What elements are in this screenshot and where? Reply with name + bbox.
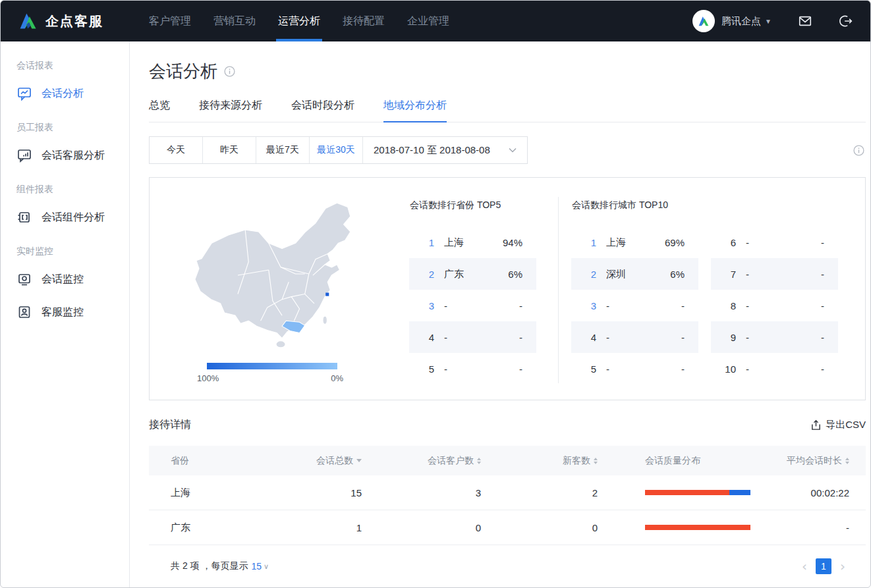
mail-icon[interactable] <box>798 14 812 28</box>
col-header-quality-distribution: 会话质量分布 <box>598 455 750 467</box>
rank-value: - <box>519 332 522 343</box>
table-header-row: 省份 会话总数 会话客户数 新客数 会话质量分布 平均会话时长 <box>149 446 866 475</box>
rank-row: 3 - - <box>571 290 698 321</box>
cell-avg-duration: 00:02:22 <box>750 487 866 498</box>
agent-card-icon <box>17 305 32 319</box>
cell-quality <box>598 490 750 495</box>
date-range-picker[interactable]: 2018-07-10 至 2018-08-08 <box>363 137 527 163</box>
rank-number: 4 <box>585 332 596 343</box>
rank-value: 6% <box>670 269 685 280</box>
range-30days-button[interactable]: 最近30天 <box>310 137 363 163</box>
rank-number: 5 <box>585 363 596 375</box>
nav-item-enterprise[interactable]: 企业管理 <box>396 1 461 41</box>
sidebar-item-session-component-analysis[interactable]: 会话组件分析 <box>1 210 129 225</box>
range-7days-button[interactable]: 最近7天 <box>256 137 310 163</box>
detail-section-title: 接待详情 <box>149 418 191 432</box>
account-menu[interactable]: 腾讯企点 ▼ <box>721 15 772 28</box>
rank-value: 6% <box>508 269 522 280</box>
range-today-button[interactable]: 今天 <box>150 137 203 163</box>
rank-number: 9 <box>725 332 736 343</box>
nav-item-customer[interactable]: 客户管理 <box>138 1 202 41</box>
sidebar-item-session-monitor[interactable]: 会话监控 <box>1 272 129 286</box>
range-yesterday-button[interactable]: 昨天 <box>203 137 256 163</box>
rank-value: - <box>681 332 685 343</box>
rank-number: 1 <box>585 237 596 248</box>
rank-row: 8 - - <box>711 290 838 321</box>
rank-name: - <box>444 332 447 343</box>
current-page-button[interactable]: 1 <box>816 558 831 574</box>
next-page-button[interactable]: › <box>836 558 849 574</box>
sidebar-item-label: 客服监控 <box>42 306 84 319</box>
col-header-session-customers[interactable]: 会话客户数 <box>362 455 481 467</box>
rank-row: 4 - - <box>571 321 698 353</box>
tab-overview[interactable]: 总览 <box>149 99 170 122</box>
nav-item-marketing[interactable]: 营销互动 <box>202 1 267 41</box>
primary-nav: 客户管理 营销互动 运营分析 接待配置 企业管理 <box>138 1 461 41</box>
rank-number: 10 <box>725 363 736 375</box>
pagination: ‹ 1 › <box>798 558 866 574</box>
rank-name: - <box>746 237 749 248</box>
avatar[interactable] <box>692 10 715 32</box>
rank-number: 2 <box>585 269 596 280</box>
top-navbar: 企点客服 客户管理 营销互动 运营分析 接待配置 企业管理 腾讯企点 ▼ <box>1 1 870 41</box>
legend-min-label: 0% <box>331 373 343 383</box>
cell-new-customers: 0 <box>481 522 598 533</box>
tab-reception-source[interactable]: 接待来源分析 <box>199 99 262 122</box>
tab-region-distribution[interactable]: 地域分布分析 <box>383 99 447 122</box>
title-info-icon[interactable] <box>224 66 235 77</box>
chevron-down-icon[interactable]: ∨ <box>264 562 269 571</box>
province-rank-panel: 会话数排行省份 TOP5 1 上海 94% 2 广东 6% <box>397 178 558 400</box>
export-csv-button[interactable]: 导出CSV <box>810 419 866 431</box>
rank-value: 94% <box>503 237 522 248</box>
filter-info-icon[interactable] <box>853 145 864 156</box>
sidebar-heading-realtime-monitor: 实时监控 <box>1 246 129 257</box>
page-size-select[interactable]: 15 <box>251 561 262 572</box>
rank-row: 5 - - <box>571 353 698 385</box>
nav-item-reception-config[interactable]: 接待配置 <box>331 1 396 41</box>
sort-icon <box>845 458 849 464</box>
nav-item-operation-analysis[interactable]: 运营分析 <box>267 1 331 41</box>
rank-value: - <box>821 237 824 248</box>
quick-range-group: 今天 昨天 最近7天 最近30天 2018-07-10 至 2018-08-08 <box>149 136 528 164</box>
tab-session-time[interactable]: 会话时段分析 <box>291 99 354 122</box>
map-legend-labels: 100% 0% <box>197 373 343 383</box>
sort-desc-icon <box>356 459 362 462</box>
app-window: 企点客服 客户管理 营销互动 运营分析 接待配置 企业管理 腾讯企点 ▼ <box>0 0 871 588</box>
rank-value: - <box>821 332 824 343</box>
table-row: 广东 1 0 0 - <box>149 510 866 545</box>
table-footer: 共 2 项 ，每页显示 15 ∨ ‹ 1 › <box>149 545 866 574</box>
col-header-new-customers[interactable]: 新客数 <box>481 455 598 467</box>
rank-value: - <box>681 300 685 311</box>
export-label: 导出CSV <box>826 419 866 431</box>
col-header-avg-duration[interactable]: 平均会话时长 <box>750 455 866 467</box>
map-legend-gradient <box>207 363 337 369</box>
rank-name: 上海 <box>606 236 626 249</box>
rank-name: - <box>746 363 749 375</box>
quality-bar <box>645 525 750 530</box>
prev-page-button[interactable]: ‹ <box>798 558 811 574</box>
sidebar-item-agent-monitor[interactable]: 客服监控 <box>1 305 129 319</box>
date-range-value: 2018-07-10 至 2018-08-08 <box>374 144 490 157</box>
rank-number: 1 <box>423 237 434 248</box>
sidebar-item-session-analysis[interactable]: 会话分析 <box>1 86 129 101</box>
sidebar-item-label: 会话监控 <box>42 273 84 286</box>
china-map[interactable] <box>181 195 376 350</box>
component-icon <box>17 210 32 225</box>
sidebar: 会话报表 会话分析 员工报表 会话客服分析 组件报表 <box>1 41 130 587</box>
logout-icon[interactable] <box>839 14 853 28</box>
date-filter-row: 今天 昨天 最近7天 最近30天 2018-07-10 至 2018-08-08 <box>149 136 866 164</box>
rank-number: 7 <box>725 269 736 280</box>
rank-row: 3 - - <box>409 290 536 321</box>
rank-name: - <box>606 363 609 375</box>
sidebar-item-session-agent-analysis[interactable]: 会话客服分析 <box>1 148 129 163</box>
brand[interactable]: 企点客服 <box>18 11 103 32</box>
rank-number: 5 <box>423 363 434 375</box>
legend-max-label: 100% <box>197 373 219 383</box>
rank-value: 69% <box>665 237 685 248</box>
rank-value: - <box>821 300 824 311</box>
rank-name: - <box>444 363 447 375</box>
col-header-total-sessions[interactable]: 会话总数 <box>267 455 362 467</box>
rank-row: 1 上海 94% <box>409 227 536 258</box>
rank-row: 9 - - <box>711 321 838 353</box>
rank-name: 上海 <box>444 236 464 249</box>
